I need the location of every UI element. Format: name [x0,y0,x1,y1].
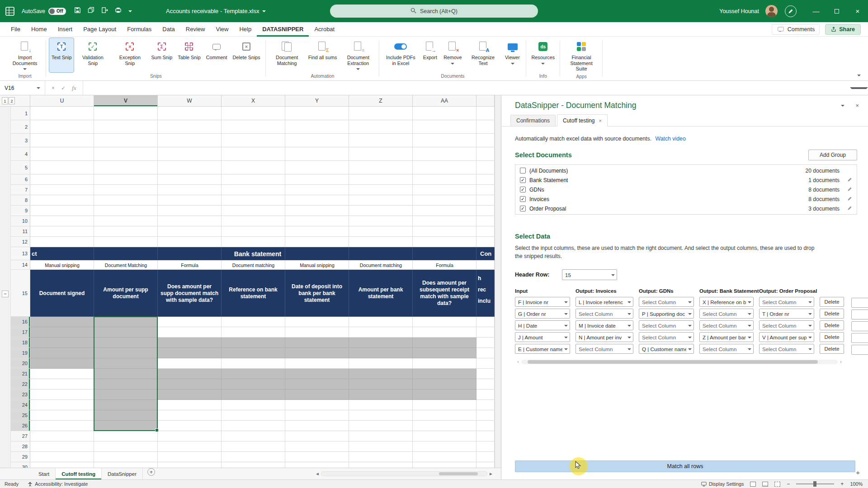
edit-pen-icon[interactable] [840,196,852,202]
cell[interactable] [158,327,222,338]
save-icon[interactable] [74,7,81,15]
cell[interactable] [413,410,476,421]
row-header-15[interactable]: 15 [11,270,30,317]
expand-formula-bar-icon[interactable] [850,87,868,89]
cell[interactable] [222,389,285,400]
scroll-right-icon[interactable]: ► [487,471,495,476]
cell[interactable] [413,452,476,462]
cell[interactable] [476,120,495,134]
cell[interactable] [94,358,158,369]
row-header-2[interactable]: 2 [11,120,30,134]
scrollbar-track[interactable] [521,360,838,364]
cell[interactable] [476,348,495,358]
cell[interactable] [222,216,285,226]
output-gdns-column-dropdown[interactable]: P | Supporting doc [639,309,694,319]
menu-tab-formulas[interactable]: Formulas [122,22,157,37]
new-window-icon[interactable] [88,7,94,15]
output-order-proposal-column-dropdown[interactable]: Select Column [759,297,814,307]
input-column-dropdown[interactable]: E | Customer name [515,344,570,354]
row-header-30[interactable]: 30 [11,462,30,468]
cell[interactable] [158,400,222,410]
menu-tab-file[interactable]: File [5,22,26,37]
cell[interactable] [476,107,495,120]
cell[interactable] [30,247,94,260]
output-bank-statement-column-dropdown[interactable]: Select Column [699,344,754,354]
scroll-left-icon[interactable]: ‹ [515,359,521,364]
cell[interactable] [158,174,222,185]
cell[interactable] [349,134,413,147]
cell[interactable] [222,195,285,206]
output-order-proposal-column-dropdown[interactable]: Select Column [759,320,814,330]
display-settings-button[interactable]: Display Settings [701,481,744,487]
output-invoices-column-dropdown[interactable]: M | Invoice date [576,320,633,330]
cell[interactable] [476,358,495,369]
cell[interactable] [94,452,158,462]
cell[interactable] [413,247,476,260]
cell[interactable] [222,410,285,421]
cell[interactable] [285,441,349,452]
row-header-4[interactable]: 4 [11,147,30,161]
delete-snips-button[interactable]: ×Delete Snips [230,38,262,72]
cell[interactable] [413,120,476,134]
cell[interactable] [222,206,285,216]
cell[interactable] [94,441,158,452]
cell[interactable] [476,206,495,216]
cell[interactable] [349,247,413,260]
menu-tab-acrobat[interactable]: Acrobat [309,22,340,37]
row-header-6[interactable]: 6 [11,174,30,185]
cell[interactable] [413,338,476,348]
cell[interactable] [349,216,413,226]
cell[interactable] [285,358,349,369]
cell[interactable] [30,206,94,216]
cell[interactable] [158,247,222,260]
excel-logo-icon[interactable] [5,6,15,17]
print-icon[interactable] [115,7,122,15]
menu-tab-insert[interactable]: Insert [52,22,78,37]
cell[interactable] [30,120,94,134]
edit-pen-icon[interactable] [840,187,852,193]
row-header-23[interactable]: 23 [11,389,30,400]
cell[interactable] [476,441,495,452]
cell[interactable] [413,421,476,431]
cell[interactable] [222,369,285,379]
row-header-5[interactable]: 5 [11,161,30,174]
cell[interactable] [222,358,285,369]
cell[interactable] [94,327,158,338]
watch-video-link[interactable]: Watch video [656,136,686,142]
cell[interactable] [222,120,285,134]
cell[interactable] [349,206,413,216]
cell[interactable] [30,161,94,174]
cell[interactable] [476,195,495,206]
cell[interactable] [413,369,476,379]
row-header-3[interactable]: 3 [11,134,30,147]
cell[interactable] [285,107,349,120]
insert-function-icon[interactable]: fx [72,84,76,92]
cell[interactable] [222,338,285,348]
formula-input[interactable] [83,81,850,95]
cell[interactable] [222,237,285,247]
output-gdns-column-dropdown[interactable]: Q | Customer name [639,344,694,354]
cell[interactable] [222,431,285,441]
normal-view-button[interactable] [750,482,756,487]
include-pdfs-in-excel-button[interactable]: Include PDFs in Excel [382,38,419,72]
sheet-tab-start[interactable]: Start [33,468,56,479]
column-header-z[interactable]: Z [349,95,413,106]
remove-button[interactable]: ×Remove [441,38,464,72]
scrollbar-track[interactable] [321,471,487,476]
document-matching-button[interactable]: Document Matching [269,38,305,72]
cell[interactable] [222,348,285,358]
page-break-view-button[interactable] [774,482,780,487]
cell[interactable] [222,452,285,462]
table-snip-button[interactable]: Table Snip [175,38,203,72]
panel-tab-cutoff-testing[interactable]: Cutoff testing× [557,114,608,127]
output-gdns-column-dropdown[interactable]: Select Column [639,320,694,330]
financial-statement-suite-button[interactable]: Financial Statement Suite [563,38,599,73]
output-order-proposal-column-dropdown[interactable]: Select Column [759,344,814,354]
cell[interactable] [30,462,94,468]
cell[interactable] [285,462,349,468]
row-header-13[interactable]: 13 [11,247,30,260]
resources-button[interactable]: dsResources [529,38,557,72]
cell[interactable] [94,462,158,468]
cell[interactable] [94,431,158,441]
row-header-7[interactable]: 7 [11,185,30,195]
